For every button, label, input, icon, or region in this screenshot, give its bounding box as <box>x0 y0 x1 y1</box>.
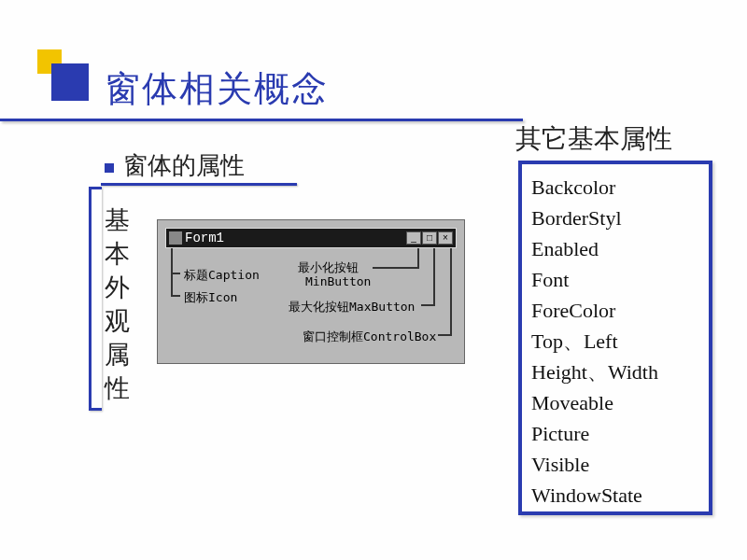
connector-line <box>421 304 435 306</box>
label-min-en: MinButton <box>305 274 371 288</box>
right-title: 其它基本属性 <box>515 121 672 157</box>
bullet-square <box>105 163 114 173</box>
label-icon: 图标Icon <box>184 289 237 306</box>
mock-window-titlebar: Form1 _ □ × <box>165 228 457 248</box>
label-max: 最大化按钮MaxButton <box>289 299 415 315</box>
minimize-icon: _ <box>406 231 421 245</box>
close-icon: × <box>438 231 453 245</box>
connector-line <box>417 248 419 267</box>
label-caption: 标题Caption <box>184 267 260 284</box>
maximize-icon: □ <box>422 231 437 245</box>
window-title-text: Form1 <box>185 231 224 245</box>
window-title: Form1 <box>169 231 224 245</box>
prop-item: Top、Left <box>531 326 699 357</box>
prop-item: BorderStyl <box>531 203 699 233</box>
connector-line <box>171 248 173 295</box>
slide-title: 窗体相关概念 <box>105 65 329 113</box>
prop-item: Height、Width <box>531 357 699 387</box>
prop-item: Enabled <box>531 233 699 264</box>
prop-item: Backcolor <box>531 172 699 203</box>
form-diagram: Form1 _ □ × 标题Caption 图标Icon 最小化按钮 MinBu… <box>157 219 465 364</box>
vertical-label: 基本外观属性 <box>105 203 131 405</box>
prop-item: ForeColor <box>531 295 699 326</box>
basic-props-box: Backcolor BorderStyl Enabled Font ForeCo… <box>518 161 712 515</box>
window-buttons: _ □ × <box>406 231 453 245</box>
prop-item: Visible <box>531 449 699 480</box>
connector-line <box>171 273 180 274</box>
decor-blue-square <box>51 63 89 101</box>
window-icon <box>169 231 182 245</box>
title-underline <box>0 119 523 121</box>
prop-item: Moveable <box>531 387 699 418</box>
prop-item: Picture <box>531 418 699 449</box>
subtitle-underline <box>101 183 297 186</box>
subtitle: 窗体的属性 <box>123 149 245 182</box>
connector-line <box>433 248 435 304</box>
connector-line <box>373 267 419 269</box>
connector-line <box>450 248 452 334</box>
prop-item: WindowState <box>531 480 699 511</box>
label-controlbox: 窗口控制框ControlBox <box>303 329 436 345</box>
left-bracket <box>89 187 102 411</box>
connector-line <box>171 295 180 297</box>
prop-item: Font <box>531 264 699 295</box>
connector-line <box>438 334 452 336</box>
